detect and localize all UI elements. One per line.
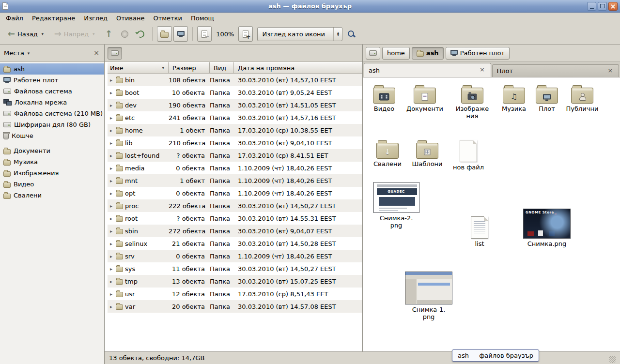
- expander-icon[interactable]: [108, 266, 114, 272]
- file-row-lost-found[interactable]: lost+found? обектаПапка17.03.2010 (ср) 8…: [108, 149, 362, 162]
- icon-item-свалени[interactable]: Свалени: [368, 139, 407, 167]
- sidebar-item-локална-мрежа[interactable]: Локална мрежа: [0, 97, 104, 108]
- icon-item-видео[interactable]: Видео: [365, 84, 403, 112]
- menu-изглед[interactable]: Изглед: [79, 14, 112, 23]
- file-row-var[interactable]: var20 обектаПапка30.03.2010 (вт) 14,57,0…: [108, 300, 362, 313]
- icon-item-нов-файл[interactable]: нов файл: [449, 139, 488, 171]
- back-button[interactable]: Назад: [4, 26, 49, 42]
- file-row-boot[interactable]: boot10 обектаПапка30.03.2010 (вт) 9,05,2…: [108, 86, 362, 99]
- home-button[interactable]: [157, 26, 172, 42]
- sidebar-item-шифриран-дял-80-gb[interactable]: Шифриран дял (80 GB): [0, 119, 104, 130]
- computer-button[interactable]: [173, 26, 188, 42]
- tab-close-icon[interactable]: [479, 66, 486, 74]
- icon-item-шаблони[interactable]: Шаблони: [408, 139, 447, 167]
- menu-редактиране[interactable]: Редактиране: [28, 14, 79, 23]
- sidebar-item-ash[interactable]: ash: [0, 63, 104, 75]
- minimize-button[interactable]: [587, 2, 596, 11]
- file-row-usr[interactable]: usr12 обектаПапка17.03.2010 (ср) 8,51,43…: [108, 288, 362, 300]
- column-header-име[interactable]: Име: [108, 62, 169, 74]
- expander-icon[interactable]: [108, 279, 114, 284]
- menu-файл[interactable]: Файл: [1, 14, 28, 23]
- expander-icon[interactable]: [108, 77, 114, 83]
- reload-button[interactable]: [133, 26, 148, 42]
- file-row-lib[interactable]: lib210 обектаПапка30.03.2010 (вт) 9,04,1…: [108, 136, 362, 149]
- path-button-root[interactable]: [108, 47, 122, 60]
- sidebar-item-музика[interactable]: Музика: [0, 156, 104, 167]
- file-row-home[interactable]: home1 обектПапка17.03.2010 (ср) 10,38,55…: [108, 124, 362, 136]
- expander-icon[interactable]: [108, 115, 114, 121]
- sidebar-item-документи[interactable]: Документи: [0, 145, 104, 156]
- zoom-in-button[interactable]: [238, 26, 253, 42]
- icon-item-снимка-1-png[interactable]: Снимка-1.png: [412, 272, 446, 320]
- file-row-tmp[interactable]: tmp13 обектаПапка30.03.2010 (вт) 15,07,2…: [108, 275, 362, 288]
- expander-icon[interactable]: [108, 228, 114, 234]
- file-row-etc[interactable]: etc241 обектаПапка30.03.2010 (вт) 14,57,…: [108, 111, 362, 124]
- file-row-selinux[interactable]: selinux21 обектаПапка30.03.2010 (вт) 14,…: [108, 237, 362, 250]
- tab-ash[interactable]: ash: [364, 63, 491, 77]
- path-button-ash[interactable]: ash: [412, 47, 444, 60]
- expander-icon[interactable]: [108, 254, 114, 259]
- expander-icon[interactable]: [108, 291, 114, 297]
- zoom-out-button[interactable]: [197, 26, 212, 42]
- sidebar-item-работен-плот[interactable]: Работен плот: [0, 75, 104, 86]
- icon-item-плот[interactable]: Плот: [528, 84, 565, 112]
- file-row-media[interactable]: media0 обектаПапка1.10.2009 (чт) 18,40,2…: [108, 162, 362, 174]
- expander-icon[interactable]: [108, 203, 114, 209]
- column-header-вид[interactable]: Вид: [210, 62, 234, 74]
- icon-item-снимка-png[interactable]: GNOME StoreСнимка.png: [527, 209, 567, 247]
- icon-item-list[interactable]: list: [465, 215, 494, 247]
- icon-item-изображения[interactable]: Изображения: [454, 84, 491, 120]
- view-mode-select[interactable]: Изглед като икони: [257, 27, 342, 41]
- expander-icon[interactable]: [108, 140, 114, 146]
- column-header-дата-на-промяна[interactable]: Дата на промяна: [234, 62, 362, 74]
- places-title[interactable]: Места: [4, 49, 24, 57]
- file-row-opt[interactable]: opt0 обектаПапка1.10.2009 (чт) 18,40,26 …: [108, 187, 362, 199]
- tab-close-icon[interactable]: [606, 67, 614, 75]
- menu-отиване[interactable]: Отиване: [112, 14, 149, 23]
- file-row-root[interactable]: root? обектаПапка30.03.2010 (вт) 14,55,3…: [108, 212, 362, 225]
- search-button[interactable]: [344, 26, 359, 42]
- sidebar-item-видео[interactable]: Видео: [0, 179, 104, 190]
- back-history-dropdown-icon[interactable]: [40, 31, 45, 36]
- sidebar-item-файлова-система-210-mb[interactable]: Файлова система (210 MB): [0, 108, 104, 119]
- expander-icon[interactable]: [108, 128, 114, 133]
- sidebar-item-изображения[interactable]: Изображения: [0, 167, 104, 179]
- stop-button[interactable]: [117, 26, 132, 42]
- forward-button[interactable]: Напред: [50, 26, 100, 42]
- file-row-srv[interactable]: srv0 обектаПапка1.10.2009 (чт) 18,40,26 …: [108, 250, 362, 262]
- maximize-button[interactable]: [598, 2, 607, 11]
- file-row-bin[interactable]: bin108 обектаПапка30.03.2010 (вт) 14,57,…: [108, 74, 362, 86]
- path-button-home[interactable]: home: [382, 47, 410, 60]
- expander-icon[interactable]: [108, 216, 114, 221]
- file-row-proc[interactable]: proc222 обектаПапка30.03.2010 (вт) 14,50…: [108, 199, 362, 212]
- path-button-root[interactable]: [366, 47, 380, 60]
- up-button[interactable]: [101, 26, 116, 42]
- sidebar-item-кошче[interactable]: Кошче: [0, 130, 104, 141]
- expander-icon[interactable]: [108, 241, 114, 246]
- expander-icon[interactable]: [108, 178, 114, 183]
- icon-item-документи[interactable]: Документи: [403, 84, 446, 112]
- resize-grip[interactable]: [609, 356, 616, 363]
- path-button-работен-плот[interactable]: Работен плот: [446, 47, 510, 60]
- column-header-размер[interactable]: Размер: [169, 62, 210, 74]
- icon-item-музика[interactable]: Музика: [495, 84, 533, 112]
- file-row-sys[interactable]: sys11 обектаПапка30.03.2010 (вт) 14,50,2…: [108, 262, 362, 275]
- places-dropdown-icon[interactable]: [26, 51, 31, 56]
- menu-отметки[interactable]: Отметки: [149, 14, 186, 23]
- expander-icon[interactable]: [108, 191, 114, 196]
- expander-icon[interactable]: [108, 103, 114, 108]
- expander-icon[interactable]: [108, 166, 114, 171]
- icon-item-публични[interactable]: Публични: [562, 84, 603, 112]
- icon-item-снимка-2-png[interactable]: GUADECСнимка-2.png: [379, 182, 413, 229]
- tab-плот[interactable]: Плот: [492, 64, 620, 77]
- sidebar-item-свалени[interactable]: Свалени: [0, 190, 104, 201]
- close-button[interactable]: [608, 2, 618, 11]
- titlebar[interactable]: ash — файлов браузър: [0, 0, 620, 13]
- expander-icon[interactable]: [108, 304, 114, 309]
- sidebar-item-файлова-система[interactable]: Файлова система: [0, 86, 104, 97]
- file-row-mnt[interactable]: mnt1 обектПапка1.10.2009 (чт) 18,40,26 E…: [108, 174, 362, 187]
- file-row-dev[interactable]: dev190 обектаПапка30.03.2010 (вт) 14,51,…: [108, 99, 362, 111]
- expander-icon[interactable]: [108, 90, 114, 95]
- expander-icon[interactable]: [108, 153, 114, 158]
- file-row-sbin[interactable]: sbin272 обектаПапка30.03.2010 (вт) 9,04,…: [108, 225, 362, 237]
